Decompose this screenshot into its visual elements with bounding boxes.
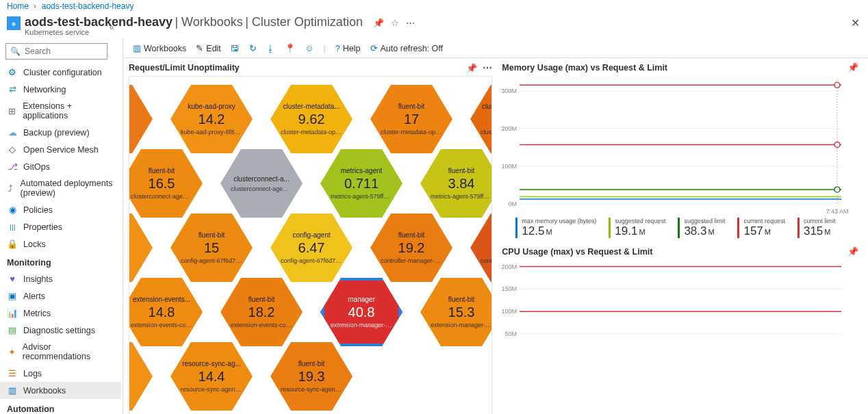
pin-hex-chart-icon[interactable]: 📌 [466, 63, 477, 73]
breadcrumb-item[interactable]: aods-test-backend-heavy [42, 1, 134, 11]
hex-cell[interactable]: fluent-bit19.3resource-sync-agent-7... [270, 341, 353, 412]
sidebar-item-gitops[interactable]: ⎇GitOps [0, 158, 121, 175]
hex-cell[interactable]: cluster-metadata...9.62cluster-metadata-… [270, 83, 353, 155]
sidebar-item-icon: ▥ [7, 385, 18, 396]
sidebar-item-cluster-configuration[interactable]: ⚙Cluster configuration [0, 64, 121, 81]
hex-cell[interactable]: fluent-bit15config-agent-67f6d759... [170, 212, 253, 283]
hex-chart-more-icon[interactable]: ⋯ [483, 62, 492, 73]
sidebar-item-label: Insights [23, 274, 53, 284]
sidebar-item-advisor-recommendations[interactable]: ✦Advisor recommendations [0, 339, 121, 365]
svg-text:200M: 200M [502, 263, 518, 270]
sidebar-item-insights[interactable]: ♥Insights [0, 270, 121, 287]
svg-text:150M: 150M [502, 285, 518, 292]
sidebar-item-label: Workbooks [23, 386, 66, 396]
save-icon[interactable]: 🖫 [231, 44, 240, 53]
kubernetes-service-icon: ⎈ [7, 16, 21, 30]
hex-cell[interactable]: clusterconnectser...25.1clusterconnect-a… [470, 83, 492, 155]
sidebar-item-label: Advisor recommendations [23, 342, 114, 361]
close-blade-icon[interactable]: ✕ [851, 16, 860, 29]
autorefresh-button[interactable]: ⟳ Auto refresh: Off [370, 43, 443, 53]
sidebar-item-label: Logs [23, 369, 42, 378]
hex-chart[interactable]: it21884...kube-aad-proxy14.2kube-aad-pro… [129, 76, 492, 414]
workbook-icon: ▥ [133, 43, 141, 53]
hex-cell[interactable]: fluent-bit16.5clusterconnect-agent-5... [129, 148, 203, 219]
title-page: Cluster Optimization [252, 15, 363, 29]
hex-chart-title: Request/Limit Unoptimality [129, 63, 240, 73]
hex-cell[interactable]: ...ator... [129, 212, 153, 283]
sidebar-search[interactable]: 🔍 [5, 43, 107, 60]
sidebar-item-label: Locks [23, 240, 46, 249]
hex-cell[interactable]: resource-sync-ag...14.4resource-sync-age… [170, 341, 253, 412]
sidebar-item-label: Networking [23, 85, 66, 94]
sidebar-collapse-icon[interactable]: « [110, 23, 114, 32]
legend-item[interactable]: max memory usage (bytes)12.5M [515, 218, 596, 238]
sidebar-item-icon: 📊 [7, 308, 18, 318]
sidebar-item-label: Metrics [23, 309, 51, 318]
hex-cell[interactable]: manager33.5controller-manager-67... [470, 212, 492, 283]
clock-icon: ⟳ [370, 43, 378, 53]
workbooks-gallery-button[interactable]: ▥ Workbooks [133, 43, 186, 53]
pin-dashboard-icon[interactable]: 📍 [285, 43, 296, 53]
sidebar-item-label: Backup (preview) [23, 128, 90, 138]
title-section: Workbooks [181, 15, 243, 29]
hex-cell[interactable]: fluent-bit15.3extension-manager-98... [420, 276, 492, 348]
hex-cell[interactable]: kube-aad-proxy14.2kube-aad-proxy-8f884..… [170, 83, 253, 155]
search-input[interactable] [23, 46, 129, 57]
sidebar-item-icon: ☁ [7, 127, 18, 138]
sidebar-item-extensions-applications[interactable]: ⊞Extensions + applications [0, 98, 121, 124]
sidebar-item-label: Alerts [23, 292, 45, 301]
hex-cell[interactable]: fluent-bit17cluster-metadata-oper... [370, 83, 452, 155]
hex-cell[interactable]: manager40.8extension-manager-98... [320, 276, 403, 348]
svg-text:300M: 300M [502, 88, 518, 94]
hex-cell[interactable]: clusterconnect-a...clusterconnect-agent-… [220, 148, 303, 219]
sidebar-item-properties[interactable]: ⫼Properties [0, 218, 121, 235]
workbook-toolbar: ▥ Workbooks ✎ Edit 🖫 ↻ ⭳ 📍 ☺ | ? Help ⟳ … [123, 39, 868, 58]
cpu-chart[interactable]: 50M100M150M200M [499, 258, 861, 414]
sidebar-item-locks[interactable]: 🔒Locks [0, 235, 121, 253]
sidebar-item-automated-deployments-preview-[interactable]: ⤴Automated deployments (preview) [0, 175, 121, 201]
sidebar-item-diagnostic-settings[interactable]: ▤Diagnostic settings [0, 322, 121, 339]
pin-memory-chart-icon[interactable]: 📌 [847, 62, 858, 73]
sidebar-item-workbooks[interactable]: ▥Workbooks [0, 382, 121, 399]
hex-cell[interactable]: config-agent6.47config-agent-67f6d759... [270, 212, 353, 283]
sidebar-item-open-service-mesh[interactable]: ◇Open Service Mesh [0, 141, 121, 158]
open-icon[interactable]: ⭳ [266, 44, 275, 53]
sidebar-item-alerts[interactable]: ▣Alerts [0, 287, 121, 305]
sidebar-item-logs[interactable]: ☰Logs [0, 365, 121, 382]
hex-cell[interactable]: fluent-bit19.2controller-manager-67... [370, 212, 452, 283]
legend-item[interactable]: current limit315M [797, 218, 836, 238]
legend-item[interactable]: suggested limit38.3M [678, 218, 725, 238]
hex-cell[interactable]: gent458fs... [129, 341, 153, 412]
sidebar-item-icon: ▣ [7, 291, 18, 301]
favorite-icon[interactable]: ☆ [391, 18, 399, 28]
hex-cell[interactable]: metrics-agent0.711metrics-agent-579ff985… [320, 148, 403, 219]
sidebar-item-icon: ⊞ [7, 106, 17, 116]
hex-cell[interactable]: fluent-bit3.84metrics-agent-579ff985... [420, 148, 492, 219]
more-icon[interactable]: ⋯ [406, 18, 415, 28]
edit-button[interactable]: ✎ Edit [196, 43, 221, 53]
sidebar-item-label: Open Service Mesh [23, 145, 99, 155]
svg-text:0M: 0M [509, 200, 518, 207]
search-icon: 🔍 [10, 47, 21, 56]
feedback-icon[interactable]: ☺ [305, 44, 314, 53]
breadcrumb-home[interactable]: Home [7, 1, 29, 11]
pin-icon[interactable]: 📌 [373, 18, 384, 28]
sidebar-item-policies[interactable]: ◉Policies [0, 201, 121, 218]
hex-cell[interactable]: fluent-bit18.2extension-events-collec... [220, 276, 303, 348]
memory-chart[interactable]: 0M100M200M300M7:43 AM [499, 74, 861, 216]
refresh-icon[interactable]: ↻ [249, 43, 257, 53]
sidebar-item-label: Automated deployments (preview) [21, 179, 114, 198]
svg-text:50M: 50M [505, 331, 518, 337]
help-button[interactable]: ? Help [335, 44, 361, 53]
pin-cpu-chart-icon[interactable]: 📌 [847, 246, 858, 257]
legend-item[interactable]: current request157M [737, 218, 785, 238]
hex-cell[interactable]: it21884... [129, 83, 153, 155]
legend-item[interactable]: suggested request19.1M [609, 218, 665, 238]
sidebar-item-metrics[interactable]: 📊Metrics [0, 305, 121, 322]
sidebar-item-icon: ⇄ [7, 84, 18, 94]
hex-cell[interactable]: extension-events...14.8extension-events-… [129, 276, 203, 348]
sidebar-item-icon: ☰ [7, 368, 18, 378]
sidebar-item-networking[interactable]: ⇄Networking [0, 81, 121, 98]
sidebar-item-icon: ✦ [7, 347, 17, 357]
sidebar-item-backup-preview-[interactable]: ☁Backup (preview) [0, 124, 121, 141]
